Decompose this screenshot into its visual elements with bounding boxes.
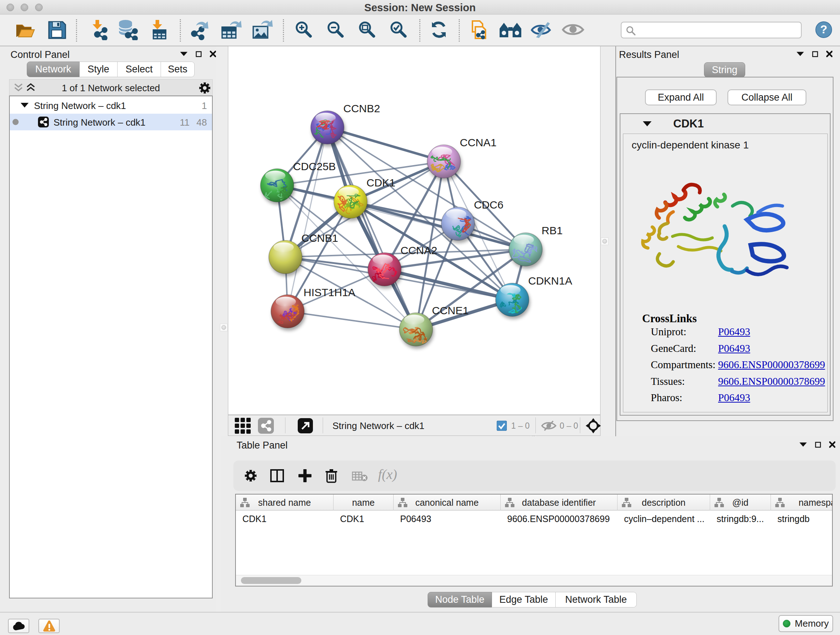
table-cell[interactable]: P06493: [400, 514, 431, 524]
hide-graphics-icon[interactable]: [530, 20, 553, 41]
network-node-CCNA1[interactable]: [427, 145, 461, 178]
tab-string[interactable]: String: [704, 62, 745, 78]
network-node-HIST1H1A[interactable]: [271, 295, 304, 328]
close-panel-icon[interactable]: [826, 51, 832, 57]
left-splitter-knob[interactable]: [220, 324, 227, 331]
collapse-arrow-icon[interactable]: [643, 121, 652, 126]
export-network-icon[interactable]: [189, 19, 211, 42]
network-node-CDK1[interactable]: [334, 185, 367, 218]
table-cell[interactable]: CDK1: [340, 514, 364, 524]
float-panel-icon[interactable]: [799, 442, 807, 447]
crosslink-link[interactable]: 9606.ENSP00000378699: [718, 375, 825, 387]
search-input[interactable]: [638, 23, 797, 37]
network-node-CCNA2[interactable]: [368, 253, 401, 286]
crosslink-label: Compartments:: [651, 359, 715, 371]
add-column-icon[interactable]: [298, 469, 311, 482]
close-panel-icon[interactable]: [829, 441, 835, 448]
tab-network-table[interactable]: Network Table: [556, 592, 637, 608]
zoom-fit-icon[interactable]: [357, 19, 377, 41]
column-header--id[interactable]: @id: [710, 494, 771, 510]
column-header-canonical-name[interactable]: canonical name: [393, 494, 501, 510]
copy-network-icon[interactable]: [467, 19, 488, 42]
selected-checkbox-icon[interactable]: [497, 421, 507, 431]
warning-button[interactable]: [38, 619, 60, 633]
collapse-arrow-icon[interactable]: [21, 103, 28, 108]
network-share-icon[interactable]: [258, 418, 274, 434]
zoom-out-icon[interactable]: [325, 19, 346, 41]
network-row-selected[interactable]: String Network – cdk1 11 48: [10, 114, 212, 130]
binoculars-icon[interactable]: [499, 21, 523, 40]
memory-button[interactable]: Memory: [778, 615, 833, 632]
protein-header[interactable]: CDK1: [621, 114, 830, 134]
gear-icon[interactable]: [244, 469, 257, 482]
network-node-CCNB2[interactable]: [311, 111, 344, 144]
zoom-in-icon[interactable]: [294, 19, 314, 41]
column-header-name[interactable]: name: [333, 494, 393, 510]
results-panel: Results Panel String Expand All Collapse…: [615, 46, 840, 436]
table-cell[interactable]: cyclin–dependent ...: [624, 514, 704, 524]
network-collection-row[interactable]: String Network – cdk1 1: [10, 97, 212, 114]
maximize-panel-icon[interactable]: [196, 51, 202, 57]
split-view-icon[interactable]: [270, 469, 284, 482]
search-box: [621, 22, 802, 38]
node-label-CDC6: CDC6: [474, 199, 504, 211]
collapse-all-button[interactable]: Collapse All: [728, 89, 806, 105]
float-panel-icon[interactable]: [796, 51, 804, 57]
cloud-button[interactable]: [8, 619, 29, 633]
maximize-panel-icon[interactable]: [815, 442, 821, 448]
network-node-CDC6[interactable]: [441, 207, 475, 241]
import-network-file-icon[interactable]: [88, 19, 109, 42]
node-label-CDK1: CDK1: [366, 177, 395, 188]
tab-sets[interactable]: Sets: [161, 62, 195, 77]
table-cell[interactable]: stringdb: [777, 514, 810, 524]
network-canvas[interactable]: CCNB2CCNA1CDC25BCDK1CDC6RB1CCNB1CCNA2CDK…: [228, 46, 600, 415]
horizontal-scrollbar[interactable]: [236, 575, 832, 586]
gear-icon[interactable]: [199, 82, 211, 94]
import-network-database-icon[interactable]: [117, 19, 138, 42]
export-image-icon[interactable]: [251, 19, 273, 42]
tab-edge-table[interactable]: Edge Table: [492, 592, 556, 608]
birds-eye-view-icon[interactable]: [235, 418, 251, 434]
crosslink-link[interactable]: P06493: [718, 392, 750, 404]
table-cell[interactable]: 9606.ENSP00000378699: [507, 514, 610, 524]
tab-select[interactable]: Select: [118, 62, 161, 77]
zoom-selected-icon[interactable]: [388, 19, 409, 41]
crosslink-link[interactable]: P06493: [718, 342, 750, 355]
network-node-RB1[interactable]: [509, 233, 542, 266]
column-header-description[interactable]: description: [617, 494, 710, 510]
network-node-CCNE1[interactable]: [399, 313, 433, 346]
network-node-CDC25B[interactable]: [261, 169, 294, 202]
save-session-icon[interactable]: [47, 20, 66, 41]
tab-network[interactable]: Network: [27, 62, 80, 77]
refresh-icon[interactable]: [428, 19, 449, 42]
column-header-database-identifier[interactable]: database identifier: [501, 494, 617, 510]
scrollbar-thumb[interactable]: [241, 577, 302, 584]
network-node-CCNB1[interactable]: [269, 241, 302, 274]
table-toolbar: f(x): [233, 461, 836, 491]
table-cell[interactable]: stringdb:9...: [717, 514, 764, 524]
delete-column-icon[interactable]: [325, 469, 338, 483]
export-table-icon[interactable]: [220, 19, 242, 42]
column-header-shared-name[interactable]: shared name: [236, 494, 333, 510]
open-session-icon[interactable]: [15, 20, 36, 41]
svg-text:?: ?: [820, 23, 827, 36]
open-in-new-window-icon[interactable]: [298, 418, 313, 433]
control-panel: Control Panel Network Style Select Sets …: [0, 46, 216, 612]
tab-node-table[interactable]: Node Table: [428, 592, 492, 608]
expand-all-button[interactable]: Expand All: [645, 89, 717, 105]
table-cell[interactable]: CDK1: [242, 514, 267, 524]
network-node-CDKN1A[interactable]: [496, 283, 529, 317]
show-graphics-icon[interactable]: [561, 22, 584, 39]
close-panel-icon[interactable]: [210, 51, 216, 57]
control-panel-tabs: Network Style Select Sets: [27, 62, 195, 77]
right-splitter-knob[interactable]: [601, 238, 608, 245]
float-panel-icon[interactable]: [180, 51, 188, 57]
crosslink-link[interactable]: 9606.ENSP00000378699: [718, 359, 825, 371]
help-icon[interactable]: ?: [815, 21, 832, 40]
crosslink-link[interactable]: P06493: [718, 326, 750, 338]
tab-style[interactable]: Style: [80, 62, 118, 77]
column-header-namespace[interactable]: namespace: [771, 494, 833, 510]
fit-selected-icon[interactable]: [586, 418, 601, 433]
import-table-file-icon[interactable]: [148, 19, 169, 42]
maximize-panel-icon[interactable]: [812, 51, 818, 57]
